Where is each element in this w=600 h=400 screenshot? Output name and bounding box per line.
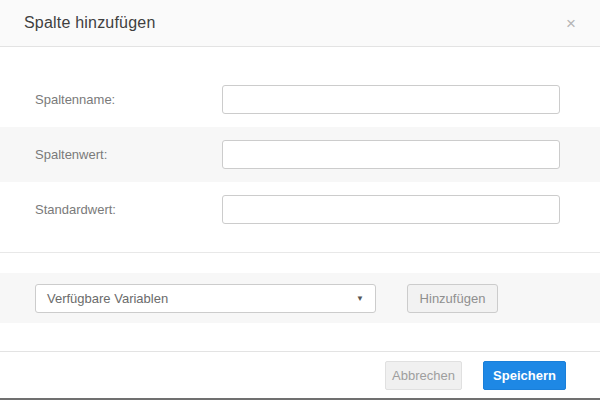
form-row-column-value: Spaltenwert: <box>0 127 600 182</box>
form-row-column-name: Spaltenname: <box>0 72 600 127</box>
column-value-label: Spaltenwert: <box>35 147 222 162</box>
section-divider <box>0 252 600 253</box>
dialog-header: Spalte hinzufügen × <box>0 0 600 47</box>
add-variable-button[interactable]: Hinzufügen <box>407 284 498 313</box>
column-name-label: Spaltenname: <box>35 92 222 107</box>
add-column-dialog: Spalte hinzufügen × Spaltenname: Spalten… <box>0 0 600 400</box>
dialog-footer: Abbrechen Speichern <box>0 351 600 398</box>
form-area: Spaltenname: Spaltenwert: Standardwert: <box>0 72 600 237</box>
close-icon[interactable]: × <box>566 15 576 32</box>
chevron-down-icon: ▼ <box>356 294 364 303</box>
dialog-title: Spalte hinzufügen <box>24 14 156 32</box>
variables-section: Verfügbare Variablen ▼ Hinzufügen <box>0 273 600 323</box>
cancel-button[interactable]: Abbrechen <box>385 361 462 390</box>
available-variables-select-value: Verfügbare Variablen <box>47 291 168 306</box>
save-button[interactable]: Speichern <box>483 361 566 390</box>
form-row-default-value: Standardwert: <box>0 182 600 237</box>
column-name-input[interactable] <box>222 85 560 114</box>
available-variables-select[interactable]: Verfügbare Variablen ▼ <box>35 284 376 313</box>
default-value-label: Standardwert: <box>35 202 222 217</box>
column-value-input[interactable] <box>222 140 560 169</box>
default-value-input[interactable] <box>222 195 560 224</box>
